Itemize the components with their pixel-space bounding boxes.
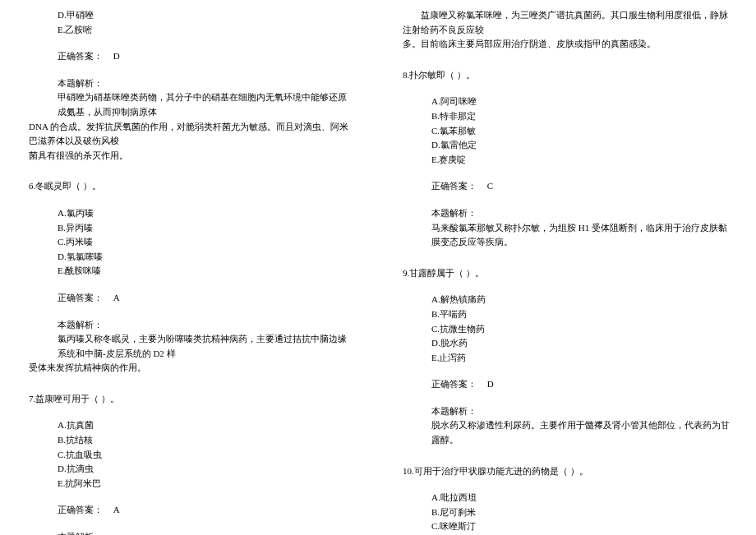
q7-option-e: E.抗阿米巴 — [58, 477, 353, 491]
q9-options: A.解热镇痛药 B.平喘药 C.抗微生物药 D.脱水药 E.止泻药 — [431, 293, 731, 365]
q10-options: A.吡拉西坦 B.尼可刹米 C.咪唑斯汀 — [431, 491, 731, 534]
q6-question: 6.冬眠灵即（ ）。 — [29, 179, 353, 194]
q7-question: 7.益康唑可用于（ ）。 — [29, 392, 353, 407]
q6-options: A.氯丙嗪 B.异丙嗪 C.丙米嗪 D.氢氯噻嗪 E.酰胺咪嗪 — [58, 206, 353, 279]
q6-answer-label: 正确答案： — [58, 293, 103, 302]
q6-option-c: C.丙米嗪 — [58, 235, 353, 250]
q6-answer: 正确答案： A — [58, 291, 353, 306]
q7-exp-line2: 多。目前临床主要局部应用治疗阴道、皮肤或指甲的真菌感染。 — [403, 37, 731, 52]
q5-answer-value: D — [113, 51, 120, 61]
q9-option-d: D.脱水药 — [431, 336, 731, 351]
q6-option-a: A.氯丙嗪 — [58, 206, 353, 221]
q8-options: A.阿司咪唑 B.特非那定 C.氯苯那敏 D.氯雷他定 E.赛庚啶 — [431, 95, 731, 167]
q5-option-d: D.甲硝唑 — [58, 8, 353, 23]
q5-answer-label: 正确答案： — [58, 51, 103, 61]
q8-exp-title: 本题解析： — [431, 206, 731, 221]
left-column: D.甲硝唑 E.乙胺嘧 正确答案： D 本题解析： 甲硝唑为硝基咪唑类药物，其分… — [0, 0, 378, 535]
q8-answer: 正确答案： C — [431, 179, 731, 194]
q8-option-a: A.阿司咪唑 — [431, 95, 731, 109]
q7-exp-title: 本题解析： — [58, 530, 353, 535]
q9-option-b: B.平喘药 — [431, 307, 731, 322]
q7-options: A.抗真菌 B.抗结核 C.抗血吸虫 D.抗滴虫 E.抗阿米巴 — [58, 418, 353, 491]
q9-exp-line1: 脱水药又称渗透性利尿药。主要作用于髓襻及肾小管其他部位，代表药为甘露醇。 — [431, 418, 731, 447]
q9-option-e: E.止泻药 — [431, 351, 731, 366]
q9-explanation: 本题解析： 脱水药又称渗透性利尿药。主要作用于髓襻及肾小管其他部位，代表药为甘露… — [431, 404, 731, 448]
q8-answer-value: C — [487, 181, 493, 191]
q6-exp-line1: 氯丙嗪又称冬眠灵，主要为吩噻嗪类抗精神病药，主要通过拮抗中脑边缘系统和中脑-皮层… — [58, 332, 353, 361]
q6-exp-title: 本题解析： — [58, 318, 353, 333]
q9-answer-value: D — [487, 379, 494, 389]
q5-explanation: 本题解析： 甲硝唑为硝基咪唑类药物，其分子中的硝基在细胞内无氧环境中能够还原成氨… — [58, 76, 353, 164]
q5-exp-title: 本题解析： — [58, 76, 353, 91]
q5-answer: 正确答案： D — [58, 49, 353, 64]
q6-option-e: E.酰胺咪嗪 — [58, 264, 353, 279]
q9-exp-title: 本题解析： — [431, 404, 731, 419]
q7-exp-line1: 益康唑又称氯苯咪唑，为三唑类广谱抗真菌药。其口服生物利用度很低，静脉注射给药不良… — [403, 8, 731, 37]
q8-explanation: 本题解析： 马来酸氯苯那敏又称扑尔敏，为组胺 H1 受体阻断剂，临床用于治疗皮肤… — [431, 206, 731, 250]
q6-exp-line2: 受体来发挥抗精神病的作用。 — [29, 361, 353, 376]
q8-question: 8.扑尔敏即（ ）。 — [403, 68, 731, 83]
q8-option-b: B.特非那定 — [431, 109, 731, 124]
q6-option-d: D.氢氯噻嗪 — [58, 250, 353, 265]
q9-answer-label: 正确答案： — [431, 379, 477, 389]
q10-option-c: C.咪唑斯汀 — [431, 519, 731, 534]
q6-answer-value: A — [113, 293, 120, 302]
q7-explanation: 本题解析： — [58, 530, 353, 535]
q8-option-d: D.氯雷他定 — [431, 138, 731, 153]
q7-answer: 正确答案： A — [58, 503, 353, 518]
q9-option-c: C.抗微生物药 — [431, 322, 731, 337]
q5-option-e: E.乙胺嘧 — [58, 23, 353, 38]
q8-exp-line1: 马来酸氯苯那敏又称扑尔敏，为组胺 H1 受体阻断剂，临床用于治疗皮肤黏膜变态反应… — [431, 221, 731, 250]
q9-question: 9.甘露醇属于（ ）。 — [403, 266, 731, 281]
q10-option-a: A.吡拉西坦 — [431, 491, 731, 505]
q5-options-cont: D.甲硝唑 E.乙胺嘧 — [58, 8, 353, 37]
q7-option-a: A.抗真菌 — [58, 418, 353, 433]
q7-explanation-cont: 益康唑又称氯苯咪唑，为三唑类广谱抗真菌药。其口服生物利用度很低，静脉注射给药不良… — [403, 8, 731, 52]
q10-question: 10.可用于治疗甲状腺功能亢进的药物是（ ）。 — [403, 464, 731, 479]
q8-option-e: E.赛庚啶 — [431, 153, 731, 168]
q8-option-c: C.氯苯那敏 — [431, 124, 731, 139]
q7-option-c: C.抗血吸虫 — [58, 448, 353, 463]
q5-exp-line2: DNA 的合成。发挥抗厌氧菌的作用，对脆弱类杆菌尤为敏感。而且对滴虫、阿米巴滋养… — [29, 120, 353, 149]
q9-answer: 正确答案： D — [431, 377, 731, 392]
q9-option-a: A.解热镇痛药 — [431, 293, 731, 307]
q6-explanation: 本题解析： 氯丙嗪又称冬眠灵，主要为吩噻嗪类抗精神病药，主要通过拮抗中脑边缘系统… — [58, 318, 353, 376]
q10-option-b: B.尼可刹米 — [431, 505, 731, 520]
q7-answer-label: 正确答案： — [58, 505, 103, 514]
q7-option-b: B.抗结核 — [58, 433, 353, 448]
q7-answer-value: A — [113, 505, 120, 514]
right-column: 益康唑又称氯苯咪唑，为三唑类广谱抗真菌药。其口服生物利用度很低，静脉注射给药不良… — [378, 0, 756, 535]
q8-answer-label: 正确答案： — [431, 181, 477, 191]
q6-option-b: B.异丙嗪 — [58, 221, 353, 236]
q7-option-d: D.抗滴虫 — [58, 462, 353, 477]
q5-exp-line1: 甲硝唑为硝基咪唑类药物，其分子中的硝基在细胞内无氧环境中能够还原成氨基，从而抑制… — [58, 90, 353, 119]
q5-exp-line3: 菌具有很强的杀灭作用。 — [29, 149, 353, 164]
